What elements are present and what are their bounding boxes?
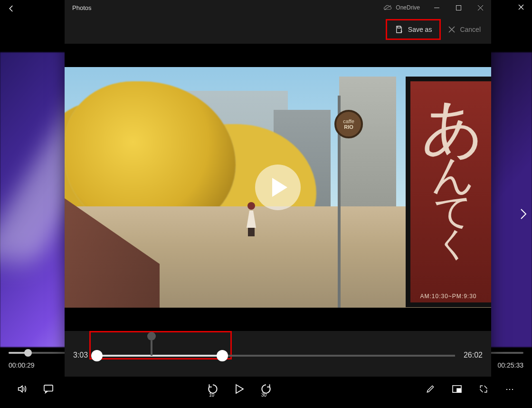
volume-button[interactable] [15,382,28,396]
more-button[interactable]: ⋯ [504,382,517,396]
app-title: Photos [72,4,91,11]
red-signboard: あんてく AM:10:30~PM:9:30 [406,77,491,307]
trim-handle-end[interactable] [217,350,228,361]
action-bar: Save as Cancel [65,15,491,44]
video-frame: caffe RIO あんてく AM:10:30~PM:9:30 [65,67,491,308]
photos-trim-window: Photos OneDrive [65,0,491,377]
outer-control-bar: 10 30 ⋯ [15,380,517,398]
cafe-sign: caffe RIO [334,110,363,138]
outer-close-button[interactable] [510,0,532,14]
cancel-button[interactable]: Cancel [441,19,488,40]
close-button[interactable] [469,0,491,15]
close-icon [448,26,455,33]
save-as-button[interactable]: Save as [386,19,441,40]
trim-selection [96,355,222,357]
onedrive-label: OneDrive [396,4,420,11]
calligraphy-text: あんてく [418,100,483,281]
outer-time-current: 00:00:29 [9,361,35,369]
minimize-button[interactable] [426,0,447,15]
back-button[interactable] [0,0,23,17]
outer-seek-thumb[interactable] [24,349,32,357]
trim-end-time: 26:02 [464,351,483,359]
outer-time-total: 00:25:33 [498,361,524,369]
skip-back-label: 10 [209,392,214,398]
video-preview-area: caffe RIO あんてく AM:10:30~PM:9:30 [65,44,491,331]
svg-rect-2 [457,389,461,392]
skip-forward-button[interactable]: 30 [259,382,273,396]
sign-hours: AM:10:30~PM:9:30 [406,293,491,300]
skip-back-button[interactable]: 10 [206,382,219,396]
title-bar: Photos OneDrive [65,0,491,15]
fullscreen-button[interactable] [477,382,490,396]
svg-rect-0 [44,385,53,391]
subtitles-button[interactable] [42,382,55,396]
next-button[interactable] [517,204,530,223]
play-icon [272,178,287,197]
trim-handle-start[interactable] [91,350,103,361]
maximize-button[interactable] [447,0,469,15]
svg-rect-6 [398,26,400,28]
save-icon [395,25,403,34]
trim-playhead[interactable] [147,331,156,356]
onedrive-status[interactable]: OneDrive [383,0,420,15]
skip-fwd-label: 30 [261,392,266,398]
edit-button[interactable] [424,382,437,396]
cafe-line2: RIO [344,124,353,130]
outer-seek-fill [9,352,25,354]
cafe-line1: caffe [343,118,354,124]
save-as-label: Save as [408,26,432,33]
play-overlay-button[interactable] [255,165,301,210]
svg-rect-5 [456,5,461,10]
cancel-label: Cancel [460,26,481,33]
trim-bar: 3:03 26:02 [65,331,491,377]
person-figure [244,202,258,236]
trim-start-time: 3:03 [73,351,88,359]
background-video-player: 00:00:29 00:25:33 10 30 [0,0,532,408]
mini-view-button[interactable] [450,382,464,396]
play-button[interactable] [233,382,246,396]
